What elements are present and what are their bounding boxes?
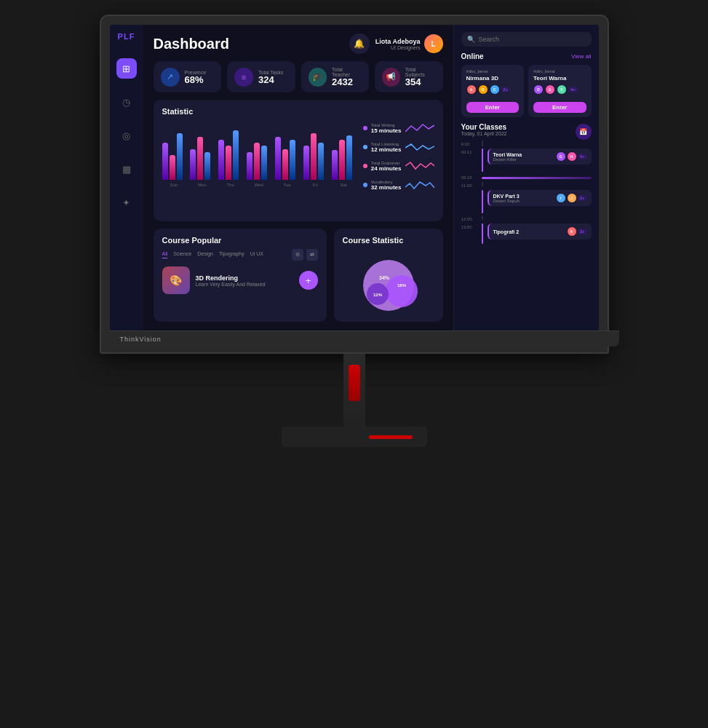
bar-label-sun: Sun	[162, 183, 186, 187]
class-teori-info: Teori Warna Dosen Killer	[493, 152, 522, 162]
sidebar-item-dashboard[interactable]: ⊞	[116, 58, 137, 79]
time-0915: 09:15	[461, 174, 477, 180]
app-right: 🔍 Online View all #dkv_berat Nirmana 3D	[453, 25, 599, 331]
tv-count: 4+	[578, 154, 587, 159]
view-all-btn[interactable]: View all	[571, 53, 591, 60]
time-dkv	[461, 190, 477, 191]
dkv-av2: J	[567, 193, 577, 203]
vocab-dot	[363, 183, 367, 187]
user-info: Liota Adeboya UI Designers L	[375, 34, 443, 53]
bar-labels: SunMonThuWedTueFriSat	[162, 183, 356, 187]
course-info-3d: 3D Rendering Learn Very Easily And Relax…	[196, 274, 293, 287]
class-teori-name: Teori Warna	[493, 152, 522, 157]
tab-typography[interactable]: Tipography	[219, 251, 244, 258]
bar-mon-0	[190, 149, 196, 181]
nirmana-tag: #dkv_berat	[466, 69, 520, 74]
dkv-count: 2+	[578, 195, 587, 201]
stat-info-presence: Presence 68%	[185, 70, 207, 84]
time-0911: 09:11	[461, 149, 477, 154]
bar-group-fri	[303, 133, 327, 180]
bottom-row: Course Popular All Science Design Tipogr…	[154, 229, 443, 322]
subjects-icon: 📢	[382, 68, 400, 87]
grammar-wave	[405, 159, 434, 173]
tv-av2: H	[567, 151, 577, 162]
line-1200	[482, 215, 483, 220]
vocab-value: 32 minutes	[371, 184, 402, 191]
online-card-teori: #dkv_berat Teori Warna D E F 4+ Enter	[528, 65, 592, 117]
slot-1200: 12:00	[461, 215, 592, 221]
bar-sat-2	[346, 135, 352, 180]
line-dkv	[482, 190, 483, 213]
teori-enter-btn[interactable]: Enter	[533, 102, 586, 113]
search-box[interactable]: 🔍	[461, 32, 592, 47]
class-dkv: DKV Part 3 Dosen Sepuh I J 2+	[488, 190, 592, 206]
online-header: Online View all	[461, 52, 592, 60]
course-popular-card: Course Popular All Science Design Tipogr…	[154, 229, 327, 322]
legend-writing-text: Total Writing 15 minutes	[371, 123, 402, 134]
class-teori-teacher: Dosen Killer	[493, 157, 522, 162]
bar-wed-2	[261, 146, 267, 180]
sidebar-item-grid[interactable]: ▦	[116, 159, 137, 179]
course-item-3d: 🎨 3D Rendering Learn Very Easily And Rel…	[162, 266, 318, 294]
legend-writing: Total Writing 15 minutes	[363, 122, 434, 135]
app-main: Dashboard 🔔 Liota Adeboya UI Designers L	[143, 25, 453, 331]
nirmana-avatars: A B C 2+	[466, 84, 520, 95]
calendar-btn[interactable]: 📅	[576, 124, 592, 140]
tab-science[interactable]: Science	[173, 251, 191, 258]
user-role: UI Designers	[391, 45, 420, 50]
stat-card-tasks: ≡ Total Tasks 324	[227, 61, 295, 92]
tab-all[interactable]: All	[162, 251, 168, 258]
legend-listening: Total Listening 12 minutes	[363, 141, 434, 154]
list-icon-btn[interactable]: ⇄	[306, 249, 318, 261]
bar-label-fri: Fri	[303, 183, 327, 187]
filter-icon-btn[interactable]: ⚙	[292, 249, 303, 261]
bar-sun-0	[162, 143, 168, 180]
grammar-value: 24 minutes	[371, 165, 402, 172]
bar-sun-1	[170, 155, 175, 180]
bar-sat-1	[339, 140, 345, 180]
bar-mon-2	[204, 152, 210, 180]
course-tabs-row: All Science Design Tipography Ui UX ⚙ ⇄	[162, 249, 318, 261]
notification-button[interactable]: 🔔	[349, 33, 370, 54]
monitor-stand	[282, 354, 427, 447]
class-dkv-info: DKV Part 3 Dosen Sepuh	[493, 194, 520, 203]
subjects-value: 354	[405, 77, 436, 87]
time-tipografi: 13:00	[461, 223, 477, 229]
bar-sun-2	[177, 133, 183, 180]
monitor-bezel: PLF ⊞ ◷ ◎ ▦ ✦ Dashboard 🔔 Liota Adeboya	[100, 15, 609, 354]
teacher-label: Total Teacher	[332, 67, 362, 77]
stand-red-accent	[349, 365, 360, 401]
online-cards: #dkv_berat Nirmana 3D A B C 2+ Enter #	[461, 65, 592, 117]
bar-wed-1	[254, 143, 260, 180]
sidebar-item-settings[interactable]: ✦	[116, 192, 137, 213]
sidebar-item-users[interactable]: ◎	[116, 125, 137, 146]
teori-name: Teori Warna	[533, 75, 586, 82]
online-section: Online View all #dkv_berat Nirmana 3D A …	[461, 52, 592, 117]
app-sidebar: PLF ⊞ ◷ ◎ ▦ ✦	[110, 25, 143, 331]
listening-value: 12 minutes	[371, 146, 402, 153]
legend-grammar: Total Grammar 24 minutes	[363, 159, 434, 173]
chart-legend: Total Writing 15 minutes Total	[363, 122, 434, 191]
sidebar-item-clock[interactable]: ◷	[116, 92, 137, 112]
class-teori-avatars: G H 4+	[556, 151, 587, 162]
tasks-value: 324	[258, 75, 284, 84]
course-name-3d: 3D Rendering	[196, 274, 293, 282]
chart-title: Statistic	[162, 107, 434, 116]
stat-info-teacher: Total Teacher 2432	[332, 67, 362, 87]
teori-count: 4+	[568, 87, 578, 92]
bar-wed-0	[247, 152, 252, 180]
bar-fri-1	[311, 133, 317, 180]
bar-group-wed	[247, 143, 271, 180]
tab-design[interactable]: Design	[197, 251, 213, 258]
line-900	[482, 141, 483, 146]
avatar-t3: F	[557, 84, 567, 95]
line-0911	[482, 149, 483, 172]
course-action-3d[interactable]: +	[299, 271, 318, 290]
tp-av1: K	[567, 226, 577, 237]
tab-uiux[interactable]: Ui UX	[250, 251, 263, 258]
line-1100	[482, 182, 483, 186]
bar-group-sun	[162, 133, 186, 180]
nirmana-enter-btn[interactable]: Enter	[466, 102, 520, 113]
stand-neck	[343, 354, 365, 427]
search-input[interactable]	[479, 36, 586, 43]
